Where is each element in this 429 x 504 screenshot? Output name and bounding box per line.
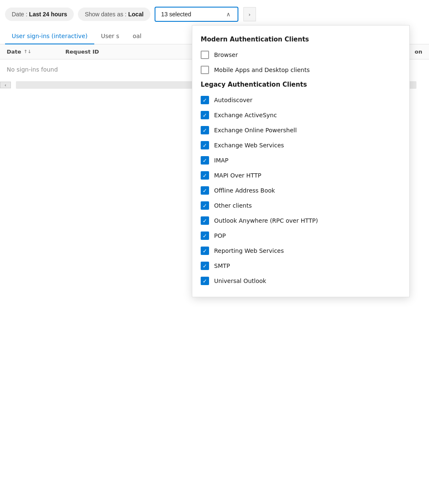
checkbox-browser-input[interactable] <box>201 51 209 59</box>
check-icon: ✓ <box>203 157 207 164</box>
next-arrow-icon[interactable]: › <box>243 7 256 21</box>
checkbox-mobile-desktop-label: Mobile Apps and Desktop clients <box>214 67 310 73</box>
checkbox-other-clients[interactable]: ✓ Other clients <box>201 198 401 213</box>
checkbox-mobile-desktop-input[interactable] <box>201 66 209 74</box>
tab-interactive[interactable]: User sign-ins (interactive) <box>5 28 94 44</box>
checkbox-smtp[interactable]: ✓ SMTP <box>201 258 401 273</box>
date-filter-pill[interactable]: Date : Last 24 hours <box>5 8 74 21</box>
checkbox-exchange-online-powershell[interactable]: ✓ Exchange Online Powershell <box>201 123 401 138</box>
check-icon: ✓ <box>203 172 207 179</box>
check-icon: ✓ <box>203 188 207 194</box>
show-dates-value: Local <box>128 11 144 18</box>
check-icon: ✓ <box>203 263 207 269</box>
check-icon: ✓ <box>203 127 207 134</box>
selected-count: 13 selected <box>161 11 191 18</box>
client-type-dropdown: Modern Authentication Clients Browser Mo… <box>192 25 410 297</box>
checkbox-mobile-desktop[interactable]: Mobile Apps and Desktop clients <box>201 62 401 77</box>
chevron-up-icon: ∧ <box>225 11 232 18</box>
check-icon: ✓ <box>203 142 207 149</box>
checkbox-other-clients-label: Other clients <box>214 202 252 209</box>
check-icon: ✓ <box>203 203 207 209</box>
request-col-label: Request ID <box>65 49 99 55</box>
checkbox-outlook-anywhere-label: Outlook Anywhere (RPC over HTTP) <box>214 217 318 224</box>
modern-auth-section-header: Modern Authentication Clients <box>201 32 401 47</box>
legacy-auth-section-header: Legacy Authentication Clients <box>201 77 401 93</box>
date-col-label: Date <box>7 49 21 55</box>
check-icon: ✓ <box>203 218 207 224</box>
checkbox-exchange-web-services[interactable]: ✓ Exchange Web Services <box>201 138 401 153</box>
check-icon: ✓ <box>203 248 207 254</box>
checkbox-exchange-web-services-label: Exchange Web Services <box>214 142 284 149</box>
checkbox-offline-address-book-label: Offline Address Book <box>214 187 275 194</box>
checkbox-autodiscover-input[interactable]: ✓ <box>201 96 209 104</box>
checkbox-universal-outlook[interactable]: ✓ Universal Outlook <box>201 273 401 288</box>
col-request-header: Request ID <box>65 49 132 55</box>
checkbox-exchange-activesync-label: Exchange ActiveSync <box>214 112 277 118</box>
checkbox-mapi-over-http-label: MAPI Over HTTP <box>214 172 261 179</box>
show-dates-label: Show dates as : <box>85 11 127 18</box>
date-filter-value: Last 24 hours <box>29 11 67 18</box>
check-icon: ✓ <box>203 233 207 239</box>
date-filter-label: Date : <box>12 11 27 18</box>
checkbox-exchange-web-services-input[interactable]: ✓ <box>201 141 209 149</box>
tab-non-interactive[interactable]: User s <box>94 28 126 44</box>
checkbox-outlook-anywhere[interactable]: ✓ Outlook Anywhere (RPC over HTTP) <box>201 213 401 228</box>
checkbox-exchange-activesync[interactable]: ✓ Exchange ActiveSync <box>201 108 401 123</box>
checkbox-mapi-over-http-input[interactable]: ✓ <box>201 171 209 180</box>
checkbox-reporting-web-services-input[interactable]: ✓ <box>201 247 209 255</box>
checkbox-autodiscover[interactable]: ✓ Autodiscover <box>201 93 401 108</box>
checkbox-mapi-over-http[interactable]: ✓ MAPI Over HTTP <box>201 168 401 183</box>
checkbox-browser-label: Browser <box>214 51 238 58</box>
checkbox-imap[interactable]: ✓ IMAP <box>201 153 401 168</box>
checkbox-exchange-activesync-input[interactable]: ✓ <box>201 111 209 119</box>
checkbox-outlook-anywhere-input[interactable]: ✓ <box>201 216 209 225</box>
checkbox-smtp-label: SMTP <box>214 262 230 269</box>
check-icon: ✓ <box>203 97 207 103</box>
checkbox-offline-address-book[interactable]: ✓ Offline Address Book <box>201 183 401 198</box>
checkbox-smtp-input[interactable]: ✓ <box>201 262 209 270</box>
checkbox-exchange-online-powershell-label: Exchange Online Powershell <box>214 127 297 134</box>
checkbox-universal-outlook-input[interactable]: ✓ <box>201 277 209 285</box>
checkbox-reporting-web-services[interactable]: ✓ Reporting Web Services <box>201 243 401 258</box>
checkbox-other-clients-input[interactable]: ✓ <box>201 201 209 210</box>
toolbar: Date : Last 24 hours Show dates as : Loc… <box>0 0 429 28</box>
scroll-left-btn[interactable]: ‹ <box>0 82 11 88</box>
checkbox-pop[interactable]: ✓ POP <box>201 228 401 243</box>
checkbox-exchange-online-powershell-input[interactable]: ✓ <box>201 126 209 134</box>
checkbox-universal-outlook-label: Universal Outlook <box>214 278 266 284</box>
checkbox-imap-label: IMAP <box>214 157 228 164</box>
checkbox-browser[interactable]: Browser <box>201 47 401 62</box>
checkbox-reporting-web-services-label: Reporting Web Services <box>214 247 284 254</box>
sort-icon[interactable]: ↑↓ <box>24 49 31 54</box>
checkbox-imap-input[interactable]: ✓ <box>201 156 209 165</box>
checkbox-pop-label: POP <box>214 232 226 239</box>
client-type-dropdown-btn[interactable]: 13 selected ∧ <box>155 7 238 22</box>
checkbox-pop-input[interactable]: ✓ <box>201 231 209 240</box>
col-on-header: on <box>415 49 422 55</box>
checkbox-offline-address-book-input[interactable]: ✓ <box>201 186 209 195</box>
checkbox-autodiscover-label: Autodiscover <box>214 97 253 103</box>
check-icon: ✓ <box>203 278 207 284</box>
show-dates-filter-pill[interactable]: Show dates as : Local <box>78 8 150 21</box>
on-col-label: on <box>415 49 422 55</box>
check-icon: ✓ <box>203 112 207 118</box>
col-date-header[interactable]: Date ↑↓ <box>7 49 57 55</box>
tab-oal[interactable]: oal <box>126 28 148 44</box>
